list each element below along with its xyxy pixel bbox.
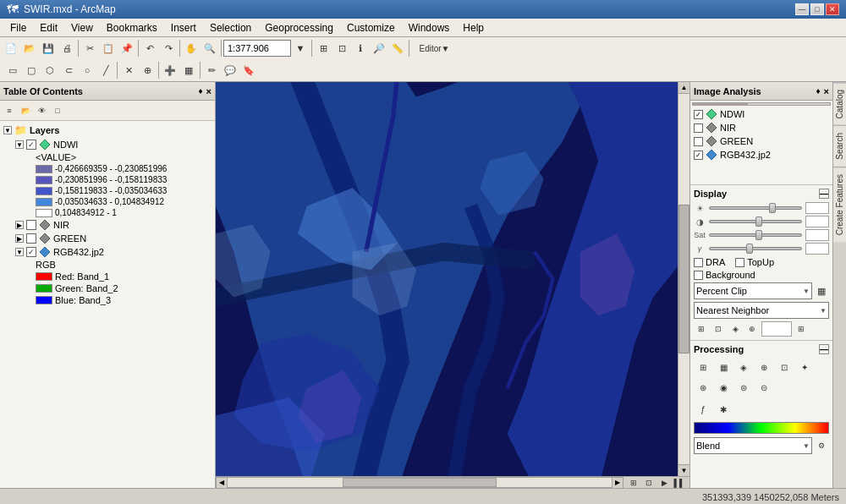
- topup-checkbox[interactable]: [735, 258, 744, 267]
- mosaic-btn3[interactable]: ◈: [728, 321, 743, 337]
- pan-button[interactable]: ✋: [182, 39, 201, 58]
- vtab-create-features[interactable]: Create Features: [833, 167, 846, 242]
- measure-button[interactable]: 📏: [388, 39, 407, 58]
- ia-ndwi-check[interactable]: ✓: [694, 110, 703, 119]
- menu-windows[interactable]: Windows: [402, 20, 457, 36]
- contrast-track[interactable]: [709, 220, 802, 223]
- vtab-catalog[interactable]: Catalog: [833, 82, 846, 125]
- gamma-thumb[interactable]: [746, 244, 753, 254]
- sketch-tool[interactable]: ✏: [202, 61, 221, 79]
- new-button[interactable]: 📄: [2, 39, 20, 58]
- rgb432-expand[interactable]: ▼: [15, 248, 24, 256]
- print-button[interactable]: 🖨: [58, 39, 76, 58]
- layers-expand[interactable]: ▼: [3, 126, 12, 134]
- ia-rgb432-item[interactable]: ✓ RGB432.jp2: [692, 148, 831, 162]
- map-bottom-btn4[interactable]: ▌▌: [673, 476, 686, 490]
- map-vscroll[interactable]: ▲ ▼: [678, 82, 689, 476]
- redo-button[interactable]: ↷: [159, 39, 178, 58]
- select-features-button[interactable]: ▭: [3, 61, 22, 79]
- clear-select-button[interactable]: ✕: [119, 61, 138, 79]
- select-by-circle[interactable]: ○: [78, 61, 96, 79]
- vscroll-thumb[interactable]: [678, 205, 689, 353]
- dra-checkbox[interactable]: [694, 258, 703, 267]
- blend-dropdown[interactable]: Blend ▼: [694, 437, 812, 454]
- menu-edit[interactable]: Edit: [33, 20, 64, 36]
- green-layer-item[interactable]: ▶ GREEN: [14, 232, 213, 245]
- menu-selection[interactable]: Selection: [203, 20, 258, 36]
- scale-dropdown[interactable]: ▼: [291, 39, 310, 58]
- ia-nir-item[interactable]: NIR: [692, 121, 831, 134]
- proc-btn-12[interactable]: ✱: [714, 400, 733, 419]
- save-button[interactable]: 💾: [39, 39, 58, 58]
- cut-button[interactable]: ✂: [80, 39, 99, 58]
- nir-layer-item[interactable]: ▶ NIR: [14, 218, 213, 232]
- proc-btn-7[interactable]: ⊛: [694, 378, 712, 397]
- hscroll-right[interactable]: ▶: [612, 477, 624, 489]
- zoom-in-button[interactable]: 🔍: [201, 39, 219, 58]
- ndwi-expand[interactable]: ▼: [15, 140, 24, 149]
- ia-green-check[interactable]: [694, 137, 703, 146]
- toc-visibility-view[interactable]: 👁: [34, 103, 49, 118]
- display-collapse[interactable]: —: [819, 189, 829, 199]
- map-bottom-btn1[interactable]: ⊞: [627, 476, 640, 490]
- open-button[interactable]: 📂: [20, 39, 39, 58]
- saturation-value[interactable]: 0: [805, 229, 829, 241]
- proc-btn-9[interactable]: ⊜: [734, 378, 753, 397]
- contrast-value[interactable]: 0: [805, 216, 829, 227]
- panel-close-icon[interactable]: ×: [824, 86, 829, 96]
- saturation-track[interactable]: [709, 233, 802, 237]
- brightness-value[interactable]: 10: [805, 202, 829, 214]
- map-tips[interactable]: 💬: [221, 61, 239, 79]
- green-expand[interactable]: ▶: [15, 234, 24, 243]
- stretch-histogram-btn[interactable]: ▦: [814, 283, 829, 299]
- proc-btn-5[interactable]: ⊡: [775, 358, 794, 376]
- select-by-line[interactable]: ╱: [96, 61, 115, 79]
- menu-customize[interactable]: Customize: [340, 20, 402, 36]
- paste-button[interactable]: 📌: [118, 39, 136, 58]
- ia-rgb432-check[interactable]: ✓: [694, 151, 703, 160]
- select-by-rect[interactable]: ▢: [22, 61, 41, 79]
- scale-input[interactable]: [223, 40, 291, 57]
- mosaic-btn1[interactable]: ⊞: [694, 321, 709, 337]
- bookmark-tool[interactable]: 🔖: [239, 61, 258, 79]
- identify-button[interactable]: ℹ: [351, 39, 370, 58]
- find-button[interactable]: 🔎: [370, 39, 388, 58]
- nir-checkbox[interactable]: [26, 220, 36, 230]
- panel-pin-icon[interactable]: ♦: [816, 86, 820, 96]
- mosaic-btn2[interactable]: ⊡: [711, 321, 726, 337]
- ia-green-item[interactable]: GREEN: [692, 134, 831, 148]
- map-view[interactable]: ▲ ▼: [216, 82, 689, 476]
- menu-view[interactable]: View: [64, 20, 100, 36]
- minimize-button[interactable]: —: [795, 3, 809, 15]
- menu-help[interactable]: Help: [456, 20, 491, 36]
- toc-selection-view[interactable]: □: [50, 103, 65, 118]
- toc-list-view[interactable]: ≡: [2, 103, 17, 118]
- proc-btn-1[interactable]: ⊞: [694, 358, 712, 376]
- rgb432-checkbox[interactable]: [26, 247, 36, 257]
- mosaic-value-input[interactable]: 500: [761, 321, 792, 337]
- green-checkbox[interactable]: [26, 233, 36, 244]
- select-by-lasso[interactable]: ⊂: [59, 61, 78, 79]
- zoom-select-button[interactable]: ⊡: [332, 39, 351, 58]
- open-attribute-table[interactable]: ▦: [179, 61, 198, 79]
- contrast-thumb[interactable]: [755, 216, 762, 227]
- saturation-thumb[interactable]: [755, 230, 762, 240]
- toc-close-icon[interactable]: ×: [206, 86, 212, 96]
- copy-button[interactable]: 📋: [99, 39, 118, 58]
- background-checkbox[interactable]: [694, 271, 703, 280]
- proc-btn-10[interactable]: ⊝: [755, 378, 773, 397]
- ia-nir-check[interactable]: [694, 123, 703, 133]
- close-button[interactable]: ✕: [826, 3, 839, 15]
- blend-settings-btn[interactable]: ⚙: [814, 438, 829, 453]
- map-bottom-btn2[interactable]: ⊡: [642, 476, 656, 490]
- rgb432-layer-item[interactable]: ▼ RGB432.jp2: [14, 245, 213, 259]
- brightness-track[interactable]: [709, 206, 802, 210]
- map-bottom-btn3[interactable]: ▶: [657, 476, 671, 490]
- menu-insert[interactable]: Insert: [164, 20, 203, 36]
- proc-btn-8[interactable]: ◉: [714, 378, 733, 397]
- processing-collapse[interactable]: —: [819, 344, 829, 354]
- resample-dropdown[interactable]: Nearest Neighbor ▼: [694, 302, 829, 319]
- add-data-button[interactable]: ➕: [161, 61, 179, 79]
- proc-btn-3[interactable]: ◈: [734, 358, 753, 376]
- editor-button[interactable]: Editor▼: [411, 39, 458, 58]
